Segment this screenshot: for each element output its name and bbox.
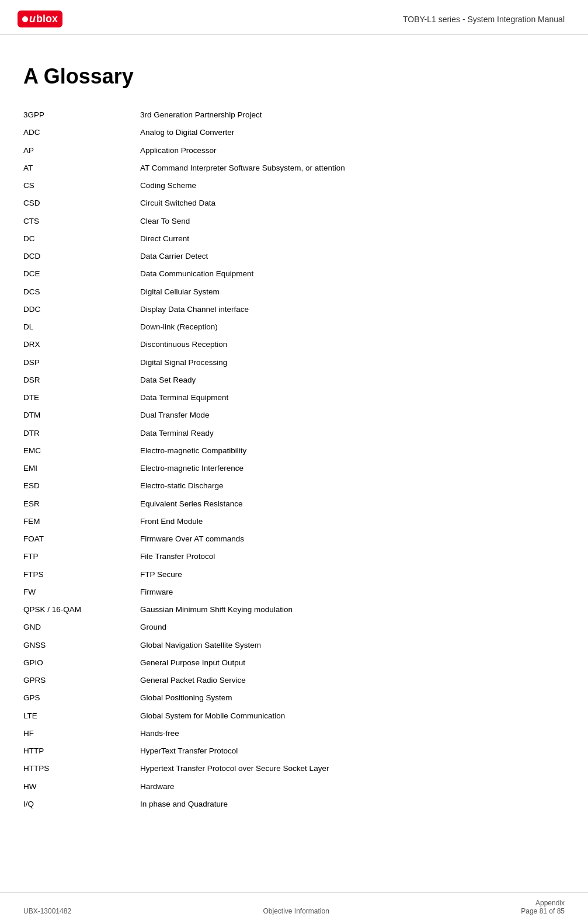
glossary-row: HTTPHyperText Transfer Protocol (23, 742, 565, 760)
glossary-term: QPSK / 16-QAM (23, 604, 140, 616)
glossary-row: DCDData Carrier Detect (23, 248, 565, 265)
glossary-row: GPSGlobal Positioning System (23, 689, 565, 707)
glossary-row: HFHands-free (23, 725, 565, 742)
glossary-definition: Electro-magnetic Interference (140, 463, 565, 474)
glossary-row: DTEData Terminal Equipment (23, 389, 565, 407)
glossary-term: DC (23, 233, 140, 245)
glossary-row: DRXDiscontinuous Reception (23, 336, 565, 353)
glossary-term: DL (23, 321, 140, 333)
glossary-row: 3GPP3rd Generation Partnership Project (23, 106, 565, 124)
glossary-row: EMIElectro-magnetic Interference (23, 460, 565, 477)
glossary-definition: File Transfer Protocol (140, 551, 565, 562)
glossary-definition: Equivalent Series Resistance (140, 498, 565, 510)
glossary-term: GPIO (23, 657, 140, 669)
glossary-term: CTS (23, 216, 140, 227)
glossary-row: FTPFile Transfer Protocol (23, 548, 565, 565)
glossary-row: DCSDigital Cellular System (23, 283, 565, 301)
glossary-term: HW (23, 781, 140, 793)
glossary-definition: Global Navigation Satellite System (140, 640, 565, 651)
glossary-term: FTPS (23, 569, 140, 581)
footer-classification: Objective Information (71, 907, 521, 915)
glossary-row: DSRData Set Ready (23, 371, 565, 389)
glossary-term: EMI (23, 463, 140, 474)
glossary-term: DSR (23, 374, 140, 386)
glossary-row: QPSK / 16-QAMGaussian Minimum Shift Keyi… (23, 601, 565, 619)
glossary-definition: Hands-free (140, 728, 565, 739)
glossary-definition: General Purpose Input Output (140, 657, 565, 669)
glossary-row: LTEGlobal System for Mobile Communicatio… (23, 707, 565, 725)
glossary-row: ATAT Command Interpreter Software Subsys… (23, 159, 565, 177)
glossary-row: FOATFirmware Over AT commands (23, 530, 565, 548)
glossary-definition: Front End Module (140, 516, 565, 527)
logo-dot-icon (22, 16, 28, 22)
logo-u-text: u (29, 13, 35, 25)
page-title: A Glossary (23, 64, 565, 89)
glossary-definition: 3rd Generation Partnership Project (140, 109, 565, 121)
glossary-term: DCD (23, 251, 140, 262)
glossary-row: DCDirect Current (23, 230, 565, 248)
glossary-row: DTRData Terminal Ready (23, 425, 565, 442)
glossary-definition: Clear To Send (140, 216, 565, 227)
glossary-definition: Data Terminal Ready (140, 428, 565, 439)
glossary-row: GNDGround (23, 619, 565, 636)
glossary-definition: Digital Signal Processing (140, 357, 565, 369)
glossary-term: GPS (23, 692, 140, 704)
glossary-term: HTTP (23, 745, 140, 757)
glossary-term: FOAT (23, 533, 140, 545)
page-header: u blox TOBY-L1 series - System Integrati… (0, 0, 588, 35)
logo-box: u blox (18, 11, 62, 27)
logo-area: u blox (18, 11, 62, 27)
glossary-row: GPRSGeneral Packet Radio Service (23, 672, 565, 689)
glossary-row: CSDCircuit Switched Data (23, 194, 565, 212)
glossary-row: DDCDisplay Data Channel interface (23, 301, 565, 318)
glossary-row: DCEData Communication Equipment (23, 265, 565, 283)
glossary-term: FTP (23, 551, 140, 562)
glossary-definition: Electro-static Discharge (140, 480, 565, 492)
glossary-row: DLDown-link (Reception) (23, 318, 565, 336)
glossary-definition: In phase and Quadrature (140, 798, 565, 810)
glossary-definition: Digital Cellular System (140, 286, 565, 298)
glossary-term: DSP (23, 357, 140, 369)
glossary-row: FEMFront End Module (23, 513, 565, 530)
glossary-row: FWFirmware (23, 583, 565, 601)
glossary-row: ESDElectro-static Discharge (23, 477, 565, 495)
glossary-definition: General Packet Radio Service (140, 675, 565, 686)
glossary-row: ESREquivalent Series Resistance (23, 495, 565, 513)
glossary-definition: Ground (140, 621, 565, 633)
glossary-term: FEM (23, 516, 140, 527)
glossary-term: ESR (23, 498, 140, 510)
glossary-term: DTR (23, 428, 140, 439)
glossary-term: EMC (23, 445, 140, 457)
glossary-term: LTE (23, 710, 140, 722)
glossary-definition: Data Terminal Equipment (140, 392, 565, 404)
glossary-definition: Circuit Switched Data (140, 197, 565, 209)
glossary-row: GPIOGeneral Purpose Input Output (23, 654, 565, 672)
glossary-term: GPRS (23, 675, 140, 686)
glossary-definition: Coding Scheme (140, 180, 565, 192)
glossary-term: HF (23, 728, 140, 739)
glossary-definition: Hardware (140, 781, 565, 793)
glossary-row: HTTPSHypertext Transfer Protocol over Se… (23, 760, 565, 777)
glossary-definition: Global Positioning System (140, 692, 565, 704)
glossary-definition: Data Communication Equipment (140, 268, 565, 280)
glossary-term: DCS (23, 286, 140, 298)
logo-blox-text: blox (36, 13, 58, 25)
glossary-term: ADC (23, 127, 140, 138)
glossary-term: GNSS (23, 640, 140, 651)
glossary-term: CS (23, 180, 140, 192)
glossary-definition: Analog to Digital Converter (140, 127, 565, 138)
glossary-definition: Display Data Channel interface (140, 304, 565, 315)
glossary-row: ADCAnalog to Digital Converter (23, 124, 565, 141)
glossary-row: I/QIn phase and Quadrature (23, 796, 565, 813)
footer-page-number: Page 81 of 85 (521, 907, 565, 915)
glossary-definition: Data Carrier Detect (140, 251, 565, 262)
glossary-row: FTPSFTP Secure (23, 566, 565, 583)
glossary-definition: Hypertext Transfer Protocol over Secure … (140, 763, 565, 774)
glossary-term: 3GPP (23, 109, 140, 121)
glossary-row: DTMDual Transfer Mode (23, 407, 565, 424)
glossary-term: I/Q (23, 798, 140, 810)
glossary-definition: Data Set Ready (140, 374, 565, 386)
glossary-definition: Dual Transfer Mode (140, 409, 565, 421)
footer-appendix: Appendix (521, 899, 565, 907)
footer-doc-number: UBX-13001482 (23, 907, 71, 915)
